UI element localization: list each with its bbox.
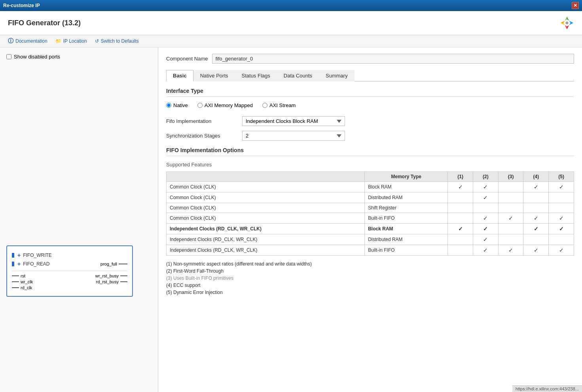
col-header-2: (2) <box>473 172 498 182</box>
tab-summary[interactable]: Summary <box>319 70 355 81</box>
ip-location-link[interactable]: 📁 IP Location <box>55 38 87 44</box>
switch-defaults-link[interactable]: ↺ Switch to Defaults <box>95 38 139 44</box>
prog-full-line <box>119 264 127 264</box>
table-cell-1-4 <box>498 192 523 203</box>
features-table: Memory Type (1) (2) (3) (4) (5) Common C… <box>166 172 574 256</box>
table-cell-4-0: Independent Clocks (RD_CLK, WR_CLK) <box>167 224 365 234</box>
table-cell-4-4 <box>498 224 523 234</box>
component-name-input[interactable] <box>212 54 574 64</box>
table-cell-2-1: Shift Register <box>365 203 448 213</box>
native-option[interactable]: Native <box>166 102 188 108</box>
footnote-3: (4) ECC support <box>166 283 574 288</box>
rd-rst-busy-line <box>120 281 127 282</box>
sync-stages-select[interactable]: 2 3 4 <box>242 131 345 141</box>
table-cell-0-1: Block RAM <box>365 182 448 192</box>
show-disabled-ports-checkbox[interactable] <box>6 54 11 59</box>
refresh-icon: ↺ <box>95 38 99 44</box>
table-cell-6-3: ✓ <box>473 245 498 256</box>
col-header-3: (3) <box>498 172 523 182</box>
native-radio[interactable] <box>166 103 171 108</box>
table-cell-4-6: ✓ <box>549 224 574 234</box>
table-cell-4-5: ✓ <box>523 224 549 234</box>
fifo-read-port: + FIFO_READ <box>12 261 50 267</box>
table-row: Independent Clocks (RD_CLK, WR_CLK)Block… <box>167 224 574 234</box>
footnote-1: (2) First-Word Fall-Through <box>166 268 574 274</box>
svg-marker-5 <box>567 25 569 29</box>
table-row: Common Clock (CLK)Built-in FIFO✓✓✓✓ <box>167 213 574 224</box>
interface-type-title: Interface Type <box>166 88 574 97</box>
table-cell-0-2: ✓ <box>448 182 473 192</box>
content-area: Show disabled ports + FIFO_WRITE + <box>0 47 582 392</box>
table-cell-3-6: ✓ <box>549 213 574 224</box>
table-cell-5-5 <box>523 234 549 245</box>
tab-basic[interactable]: Basic <box>166 70 193 81</box>
table-cell-6-0: Independent Clocks (RD_CLK, WR_CLK) <box>167 245 365 256</box>
tab-status-flags[interactable]: Status Flags <box>235 70 277 81</box>
table-cell-0-5: ✓ <box>523 182 549 192</box>
documentation-link[interactable]: ⓘ Documentation <box>8 38 47 45</box>
app-header: FIFO Generator (13.2) <box>0 11 582 35</box>
table-cell-0-3: ✓ <box>473 182 498 192</box>
table-cell-6-5: ✓ <box>523 245 549 256</box>
table-cell-3-1: Built-in FIFO <box>365 213 448 224</box>
component-diagram: + FIFO_WRITE + FIFO_READ prog_full <box>6 245 133 297</box>
col-header-clk <box>167 172 365 182</box>
table-cell-5-1: Distributed RAM <box>365 234 448 245</box>
table-cell-1-3: ✓ <box>473 192 498 203</box>
col-header-1: (1) <box>448 172 473 182</box>
sync-stages-label: Synchronization Stages <box>166 133 237 139</box>
table-cell-1-1: Distributed RAM <box>365 192 448 203</box>
show-disabled-ports-label[interactable]: Show disabled ports <box>14 54 60 60</box>
title-bar: Re-customize IP ✕ <box>0 0 582 11</box>
table-cell-1-5 <box>523 192 549 203</box>
table-row: Independent Clocks (RD_CLK, WR_CLK)Built… <box>167 245 574 256</box>
wr-rst-busy-signal: wr_rst_busy <box>95 273 127 278</box>
rd-rst-busy-label: rd_rst_busy <box>96 279 119 284</box>
close-button[interactable]: ✕ <box>572 2 579 9</box>
table-cell-5-0: Independent Clocks (RD_CLK, WR_CLK) <box>167 234 365 245</box>
tab-data-counts[interactable]: Data Counts <box>277 70 319 81</box>
svg-marker-3 <box>569 21 573 23</box>
table-cell-1-6 <box>549 192 574 203</box>
prog-full-signal: prog_full <box>100 262 127 266</box>
wr-clk-label: wr_clk <box>21 279 33 284</box>
table-cell-3-2 <box>448 213 473 224</box>
main-window: FIFO Generator (13.2) ⓘ Documentation 📁 … <box>0 11 582 392</box>
tab-native-ports[interactable]: Native Ports <box>193 70 235 81</box>
location-icon: 📁 <box>55 38 61 44</box>
fifo-read-row: + FIFO_READ prog_full <box>12 260 127 268</box>
fifo-impl-label: Fifo Implementation <box>166 118 237 124</box>
svg-marker-7 <box>561 23 565 25</box>
wr-clk-signal: wr_clk <box>12 279 33 284</box>
table-cell-0-6: ✓ <box>549 182 574 192</box>
table-cell-5-2 <box>448 234 473 245</box>
table-cell-3-4: ✓ <box>498 213 523 224</box>
svg-marker-4 <box>565 25 567 29</box>
table-cell-5-3: ✓ <box>473 234 498 245</box>
table-row: Common Clock (CLK)Distributed RAM✓ <box>167 192 574 203</box>
bus-indicator-write <box>12 253 14 258</box>
footnote-4: (5) Dynamic Error Injection <box>166 290 574 295</box>
axi-mm-option[interactable]: AXI Memory Mapped <box>197 102 253 108</box>
fifo-impl-options-title: FIFO Implementation Options <box>166 147 574 156</box>
wr-rst-busy-line <box>120 275 127 276</box>
fifo-read-label: FIFO_READ <box>23 261 49 267</box>
rd-clk-label: rd_clk <box>21 285 32 290</box>
svg-marker-6 <box>561 21 565 23</box>
footnote-2: (3) Uses Built-in FIFO primitives <box>166 275 574 281</box>
axi-stream-option[interactable]: AXI Stream <box>262 102 296 108</box>
axi-mm-radio[interactable] <box>197 103 203 108</box>
fifo-write-port: + FIFO_WRITE <box>12 252 127 258</box>
table-cell-3-3: ✓ <box>473 213 498 224</box>
defaults-label: Switch to Defaults <box>101 38 139 44</box>
rst-label: rst <box>21 273 25 278</box>
col-header-5: (5) <box>549 172 574 182</box>
wr-clk-row: wr_clk rd_rst_busy <box>12 279 127 284</box>
table-cell-2-6 <box>549 203 574 213</box>
table-cell-0-0: Common Clock (CLK) <box>167 182 365 192</box>
table-row: Independent Clocks (RD_CLK, WR_CLK)Distr… <box>167 234 574 245</box>
axi-stream-radio[interactable] <box>262 103 267 108</box>
table-header-row: Memory Type (1) (2) (3) (4) (5) <box>167 172 574 182</box>
fifo-impl-select[interactable]: Independent Clocks Block RAM Common Cloc… <box>242 116 345 126</box>
toolbar: ⓘ Documentation 📁 IP Location ↺ Switch t… <box>0 35 582 47</box>
